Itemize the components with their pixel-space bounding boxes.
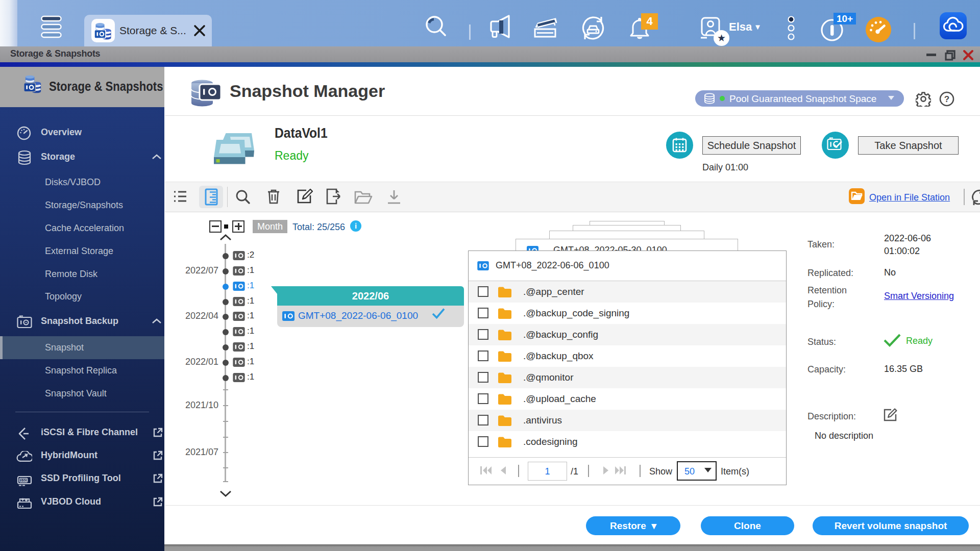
svg-text:SSD: SSD: [20, 479, 28, 482]
svg-text:?: ?: [944, 94, 949, 104]
